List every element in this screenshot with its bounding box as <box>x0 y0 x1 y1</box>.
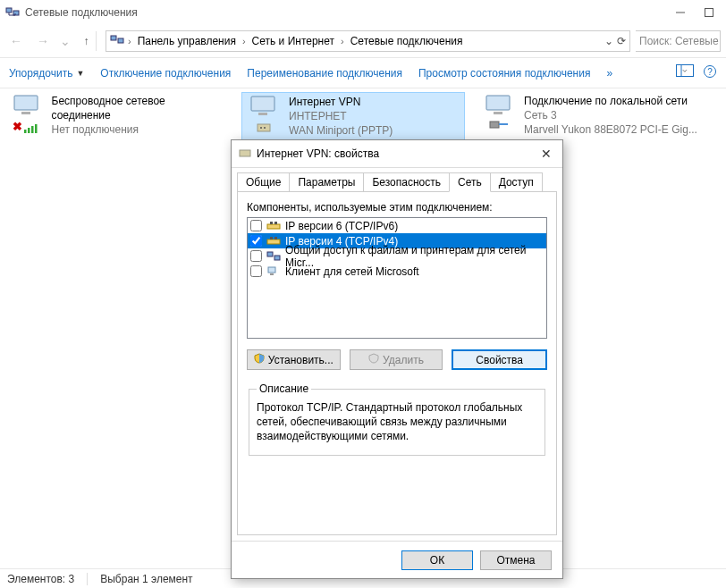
connection-item-lan[interactable]: Подключение по локальной сети Сеть 3 Mar… <box>477 92 701 139</box>
breadcrumb[interactable]: Сетевые подключения <box>348 35 466 47</box>
connection-name: Интернет VPN <box>289 95 393 109</box>
organize-button[interactable]: Упорядочить▼ <box>9 67 84 80</box>
breadcrumb[interactable]: Панель управления <box>135 35 239 47</box>
rename-connection-button[interactable]: Переименование подключения <box>247 67 402 80</box>
svg-rect-35 <box>270 273 274 275</box>
description-text: Протокол TCP/IP. Стандартный протокол гл… <box>257 400 537 444</box>
properties-dialog: Интернет VPN: свойства ✕ Общие Параметры… <box>231 139 563 579</box>
description-legend: Описание <box>257 382 311 395</box>
cancel-button[interactable]: Отмена <box>480 550 552 570</box>
svg-rect-15 <box>35 124 38 133</box>
tab-security[interactable]: Безопасность <box>363 172 450 192</box>
svg-rect-23 <box>490 122 499 128</box>
uninstall-button: Удалить <box>350 349 443 370</box>
ok-button[interactable]: ОК <box>401 550 473 570</box>
checkbox-file-share[interactable] <box>250 250 262 262</box>
service-icon <box>266 250 281 263</box>
svg-rect-10 <box>14 96 38 110</box>
svg-rect-33 <box>274 256 280 260</box>
disable-connection-button[interactable]: Отключение подключения <box>100 67 231 80</box>
refresh-icon[interactable]: ⟳ <box>617 35 626 47</box>
toolbar-overflow[interactable]: » <box>606 67 612 80</box>
checkbox-ipv4[interactable] <box>250 235 262 247</box>
close-button[interactable]: ✕ <box>537 147 555 161</box>
shield-icon <box>254 353 265 366</box>
dialog-tabs: Общие Параметры Безопасность Сеть Доступ <box>232 168 562 191</box>
list-item-file-share[interactable]: Общий доступ к файлам и принтерам для се… <box>248 248 546 264</box>
breadcrumb[interactable]: Сеть и Интернет <box>249 35 337 47</box>
connection-item-wireless[interactable]: ✖ Беспроводное сетевое соединение Нет по… <box>5 92 229 139</box>
navigation-bar: ← → ⌄ ↑ Панель управления Сеть и Интерне… <box>0 25 726 57</box>
status-connection-button[interactable]: Просмотр состояния подключения <box>418 67 590 80</box>
protocol-icon <box>266 235 281 248</box>
dialog-title: Интернет VPN: свойства <box>257 147 537 160</box>
svg-point-20 <box>264 127 266 129</box>
checkbox-client[interactable] <box>250 265 262 277</box>
svg-rect-13 <box>28 128 30 133</box>
history-dropdown[interactable]: ⌄ <box>59 30 72 52</box>
install-button[interactable]: Установить... <box>247 349 341 370</box>
svg-rect-14 <box>31 126 34 133</box>
forward-button[interactable]: → <box>32 30 54 52</box>
back-button[interactable]: ← <box>5 30 27 52</box>
svg-rect-29 <box>267 239 280 244</box>
connection-device: WAN Miniport (PPTP) <box>289 123 393 138</box>
chevron-icon <box>341 35 344 47</box>
ethernet-plug-icon <box>489 120 509 130</box>
modem-icon <box>239 147 251 162</box>
network-connections-icon <box>110 33 124 50</box>
tab-options[interactable]: Параметры <box>289 172 364 192</box>
svg-rect-5 <box>118 38 123 43</box>
list-item-label: IP версии 6 (TCP/IPv6) <box>285 220 398 232</box>
connection-status: Нет подключения <box>52 122 225 137</box>
address-dropdown-icon[interactable]: ⌄ <box>604 35 613 47</box>
svg-rect-30 <box>270 237 273 239</box>
connection-network: Сеть 3 <box>524 108 697 122</box>
svg-rect-22 <box>494 112 502 114</box>
svg-rect-1 <box>13 11 19 15</box>
svg-rect-6 <box>677 65 694 77</box>
help-icon[interactable]: ? <box>703 64 717 81</box>
tab-network[interactable]: Сеть <box>449 172 491 192</box>
tab-general[interactable]: Общие <box>237 172 290 192</box>
monitor-icon <box>11 94 43 119</box>
minimize-button[interactable] <box>674 6 687 19</box>
status-count: Элементов: 3 <box>7 573 88 585</box>
list-item-ipv6[interactable]: IP версии 6 (TCP/IPv6) <box>248 218 546 233</box>
client-icon <box>266 265 281 278</box>
components-label: Компоненты, используемые этим подключени… <box>247 201 547 214</box>
svg-text:?: ? <box>707 67 713 77</box>
monitor-icon <box>483 94 515 119</box>
address-bar[interactable]: Панель управления Сеть и Интернет Сетевы… <box>106 30 630 52</box>
search-placeholder: Поиск: Сетевые п <box>639 35 721 47</box>
error-x-icon: ✖ <box>13 120 22 133</box>
properties-button[interactable]: Свойства <box>452 349 547 370</box>
connection-network: ИНТЕРНЕТ <box>289 109 393 123</box>
modem-icon <box>256 121 272 133</box>
chevron-icon <box>128 35 131 47</box>
tab-panel-network: Компоненты, используемые этим подключени… <box>237 191 557 535</box>
window-title: Сетевые подключения <box>25 6 674 19</box>
status-selection: Выбран 1 элемент <box>100 573 192 585</box>
svg-rect-32 <box>267 252 273 256</box>
svg-rect-17 <box>258 113 267 115</box>
checkbox-ipv6[interactable] <box>250 220 262 231</box>
wifi-bars-icon <box>24 122 40 133</box>
maximize-button[interactable] <box>703 6 715 19</box>
chevron-icon <box>242 35 246 47</box>
connection-name: Подключение по локальной сети <box>524 94 697 108</box>
description-group: Описание Протокол TCP/IP. Стандартный пр… <box>249 382 545 456</box>
svg-rect-16 <box>251 97 274 111</box>
up-button[interactable]: ↑ <box>77 31 97 51</box>
svg-rect-25 <box>240 150 250 156</box>
shield-icon <box>368 353 379 366</box>
components-listbox[interactable]: IP версии 6 (TCP/IPv6) IP версии 4 (TCP/… <box>247 217 547 339</box>
svg-rect-12 <box>24 130 27 133</box>
dialog-titlebar[interactable]: Интернет VPN: свойства ✕ <box>232 140 562 167</box>
view-icon[interactable] <box>676 64 694 81</box>
search-input[interactable]: Поиск: Сетевые п <box>636 30 721 52</box>
svg-rect-0 <box>6 8 12 13</box>
tab-sharing[interactable]: Доступ <box>490 172 543 192</box>
connection-item-vpn[interactable]: Интернет VPN ИНТЕРНЕТ WAN Miniport (PPTP… <box>241 92 465 141</box>
command-toolbar: Упорядочить▼ Отключение подключения Пере… <box>0 58 726 88</box>
